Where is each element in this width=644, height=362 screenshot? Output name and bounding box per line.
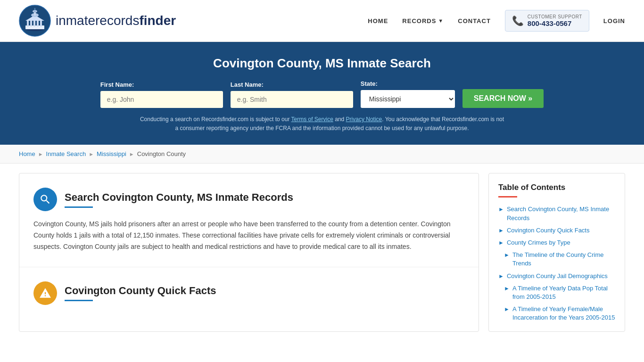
nav-records[interactable]: RECORDS ▼ (402, 17, 444, 25)
svg-rect-6 (37, 21, 39, 26)
svg-rect-12 (34, 9, 35, 12)
last-name-group: Last Name: (231, 81, 353, 108)
main-content: Search Covington County, MS Inmate Recor… (0, 164, 644, 341)
right-column: Table of Contents ► Search Covington Cou… (488, 173, 625, 332)
search-section: Search Covington County, MS Inmate Recor… (19, 173, 479, 267)
search-button[interactable]: SEARCH NOW » (462, 89, 544, 108)
chevron-right-icon-1: ► (498, 206, 504, 213)
search-section-icon (33, 188, 57, 211)
chevron-right-icon-4: ► (504, 252, 510, 258)
toc-item-3: ► County Crimes by Type (498, 239, 615, 247)
breadcrumb-county: Covington County (137, 150, 186, 157)
breadcrumb-state[interactable]: Mississippi (97, 150, 126, 157)
nav-contact[interactable]: CONTACT (458, 17, 491, 25)
logo-area: inmaterecordsfinder (19, 5, 176, 37)
main-nav: HOME RECORDS ▼ CONTACT 📞 CUSTOMER SUPPOR… (368, 10, 625, 32)
customer-support-label: CUSTOMER SUPPORT (528, 14, 582, 19)
state-label: State: (361, 80, 378, 87)
customer-support-box: 📞 CUSTOMER SUPPORT 800-433-0567 (505, 10, 589, 32)
first-name-group: First Name: (100, 81, 223, 108)
toc-link-3[interactable]: County Crimes by Type (507, 239, 570, 247)
svg-rect-3 (27, 21, 29, 26)
left-column: Search Covington County, MS Inmate Recor… (19, 173, 479, 332)
breadcrumb-sep-2: ► (89, 151, 94, 157)
quick-facts-section: Covington County Quick Facts (19, 267, 479, 327)
site-header: inmaterecordsfinder HOME RECORDS ▼ CONTA… (0, 0, 644, 42)
breadcrumb-sep-1: ► (38, 151, 43, 157)
toc-link-2[interactable]: Covington County Quick Facts (507, 226, 590, 235)
search-banner: Covington County, MS Inmate Search First… (0, 42, 644, 145)
toc-title: Table of Contents (498, 183, 615, 192)
svg-rect-4 (30, 21, 32, 26)
chevron-right-icon-5: ► (498, 273, 504, 280)
svg-rect-7 (40, 21, 42, 26)
state-group: State: Mississippi Alabama Louisiana Ten… (361, 80, 455, 108)
page-title: Covington County, MS Inmate Search (19, 56, 625, 71)
toc-list: ► Search Covington County, MS Inmate Rec… (498, 205, 615, 322)
state-select[interactable]: Mississippi Alabama Louisiana Tennessee (361, 90, 455, 108)
section-header-quickfacts: Covington County Quick Facts (33, 281, 464, 305)
search-section-title: Search Covington County, MS Inmate Recor… (65, 191, 293, 204)
last-name-input[interactable] (231, 91, 353, 108)
quick-facts-title: Covington County Quick Facts (65, 285, 216, 297)
magnifier-icon (39, 193, 51, 206)
search-section-body: Covington County, MS jails hold prisoner… (33, 219, 464, 252)
logo-text: inmaterecordsfinder (56, 13, 176, 28)
breadcrumb-inmate-search[interactable]: Inmate Search (46, 150, 86, 157)
tos-link[interactable]: Terms of Service (291, 116, 333, 123)
quick-facts-section-icon (33, 281, 57, 305)
nav-login[interactable]: LOGIN (603, 17, 625, 25)
toc-item-1: ► Search Covington County, MS Inmate Rec… (498, 205, 615, 222)
chevron-right-icon-3: ► (498, 239, 504, 246)
search-disclaimer: Conducting a search on Recordsfinder.com… (138, 115, 506, 133)
breadcrumb: Home ► Inmate Search ► Mississippi ► Cov… (0, 145, 644, 164)
nav-home[interactable]: HOME (368, 17, 388, 25)
toc-link-5[interactable]: Covington County Jail Demographics (507, 272, 608, 280)
svg-rect-5 (33, 21, 35, 26)
toc-link-1[interactable]: Search Covington County, MS Inmate Recor… (507, 205, 615, 222)
toc-link-7[interactable]: A Timeline of Yearly Female/Male Incarce… (512, 305, 615, 322)
quick-facts-underline (65, 300, 93, 301)
toc-item-5: ► Covington County Jail Demographics (498, 272, 615, 280)
first-name-label: First Name: (100, 81, 134, 88)
chevron-right-icon-7: ► (504, 306, 510, 313)
search-section-underline (65, 206, 93, 208)
toc-item-6: ► A Timeline of Yearly Data Pop Total fr… (504, 284, 615, 301)
breadcrumb-sep-3: ► (129, 151, 134, 157)
chevron-right-icon-6: ► (504, 285, 510, 292)
toc-item-4: ► The Timeline of the County Crime Trend… (504, 251, 615, 268)
headset-icon: 📞 (512, 15, 524, 26)
first-name-input[interactable] (100, 91, 223, 108)
warning-icon (39, 287, 51, 299)
privacy-link[interactable]: Privacy Notice (346, 116, 382, 123)
toc-link-6[interactable]: A Timeline of Yearly Data Pop Total from… (512, 284, 615, 301)
logo-icon (19, 5, 51, 37)
toc-box: Table of Contents ► Search Covington Cou… (488, 173, 625, 332)
chevron-down-icon: ▼ (438, 18, 444, 24)
toc-link-4[interactable]: The Timeline of the County Crime Trends (512, 251, 615, 268)
last-name-label: Last Name: (231, 81, 264, 88)
breadcrumb-home[interactable]: Home (19, 150, 35, 157)
customer-support-phone: 800-433-0567 (528, 19, 582, 27)
chevron-right-icon-2: ► (498, 227, 504, 234)
toc-item-7: ► A Timeline of Yearly Female/Male Incar… (504, 305, 615, 322)
section-header-search: Search Covington County, MS Inmate Recor… (33, 188, 464, 211)
toc-item-2: ► Covington County Quick Facts (498, 226, 615, 235)
toc-underline (498, 196, 517, 197)
search-form: First Name: Last Name: State: Mississipp… (19, 80, 625, 108)
